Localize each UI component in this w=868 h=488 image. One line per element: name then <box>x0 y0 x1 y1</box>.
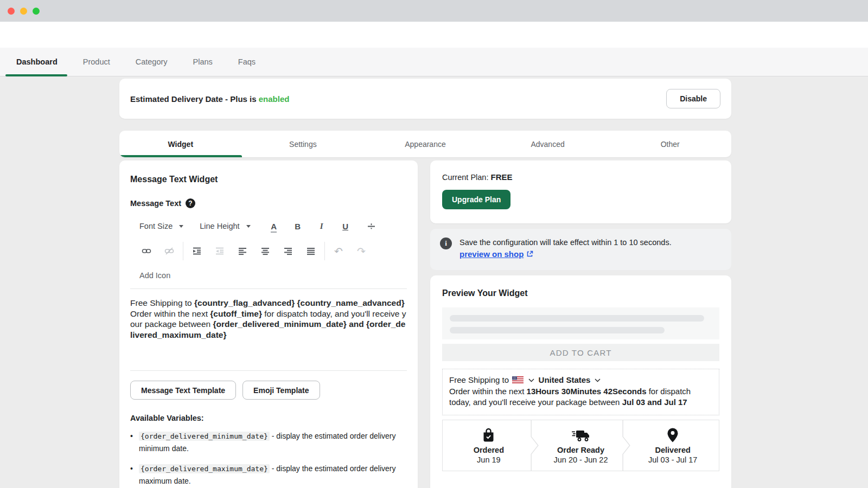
unlink-icon[interactable] <box>162 246 176 256</box>
variable-code: {order_delivered_minimum_date} <box>139 432 270 441</box>
tab-widget[interactable]: Widget <box>119 131 242 157</box>
current-plan-line: Current Plan: FREE <box>442 172 719 182</box>
status-text-prefix: Estimated Delivery Date - Plus is <box>130 94 259 104</box>
tab-advanced[interactable]: Advanced <box>487 131 609 157</box>
section-tabs: Widget Settings Appearance Advanced Othe… <box>119 131 731 157</box>
bag-check-icon <box>481 427 496 443</box>
message-text-editor[interactable]: Free Shipping to {country_flag_advanced}… <box>130 298 407 340</box>
bullet: • <box>130 463 139 487</box>
skeleton-bar <box>450 327 665 333</box>
upgrade-plan-button[interactable]: Upgrade Plan <box>442 190 510 209</box>
redo-icon[interactable]: ↷ <box>354 245 368 258</box>
align-right-icon[interactable] <box>281 246 295 256</box>
delivery-message-text: Order within the next 13Hours 30Minutes … <box>449 387 691 407</box>
nav-label: Product <box>83 57 110 66</box>
status-enabled-value: enabled <box>259 94 290 104</box>
country-name[interactable]: United States <box>539 375 591 384</box>
active-nav-underline <box>5 74 67 76</box>
minimize-window-button[interactable] <box>20 8 27 15</box>
add-to-cart-button[interactable]: ADD TO CART <box>442 344 719 361</box>
font-size-dropdown[interactable]: Font Size <box>139 222 183 230</box>
external-link-icon <box>526 251 533 258</box>
map-pin-icon <box>666 427 679 443</box>
timeline-step-order-ready: Order Ready Jun 20 - Jun 22 <box>535 420 627 471</box>
link-icon[interactable] <box>139 246 154 256</box>
tab-label: Settings <box>289 140 317 149</box>
message-text-widget-panel: Message Text Widget Message Text ? Font … <box>119 160 418 488</box>
delivery-message-preview: Free Shipping to United States Order wit… <box>442 369 719 415</box>
timeline-label: Order Ready <box>557 446 604 454</box>
timeline-step-delivered: Delivered Jul 03 - Jul 17 <box>627 420 719 471</box>
available-variables-heading: Available Variables: <box>130 414 407 422</box>
notice-text: Save the configuration will take effect … <box>459 238 672 247</box>
flag-caret-down-icon[interactable] <box>528 378 534 382</box>
align-justify-icon[interactable] <box>304 246 318 256</box>
close-window-button[interactable] <box>8 8 15 15</box>
panel-title: Message Text Widget <box>130 175 407 184</box>
nav-label: Faqs <box>238 57 256 66</box>
tab-appearance[interactable]: Appearance <box>364 131 487 157</box>
align-center-icon[interactable] <box>258 246 272 256</box>
line-height-dropdown[interactable]: Line Height <box>200 222 250 230</box>
main-nav: Dashboard Product Category Plans Faqs <box>0 48 868 76</box>
indent-icon[interactable] <box>190 246 204 256</box>
country-caret-down-icon[interactable] <box>595 378 601 382</box>
editor-divider <box>130 370 407 371</box>
nav-label: Dashboard <box>16 57 58 66</box>
nav-tab-plans[interactable]: Plans <box>193 48 213 76</box>
emoji-template-button[interactable]: Emoji Template <box>242 381 320 400</box>
message-text-template-button[interactable]: Message Text Template <box>130 381 236 400</box>
info-icon: i <box>440 237 452 249</box>
nav-label: Plans <box>193 57 213 66</box>
line-height-label: Line Height <box>200 222 239 230</box>
caret-down-icon <box>246 225 251 228</box>
preview-title: Preview Your Widget <box>442 288 719 298</box>
field-label-text: Message Text <box>130 199 181 208</box>
zoom-window-button[interactable] <box>33 8 40 15</box>
nav-tab-dashboard[interactable]: Dashboard <box>16 48 58 76</box>
strikethrough-icon[interactable] <box>365 222 379 231</box>
help-icon[interactable]: ? <box>186 198 195 208</box>
preview-on-shop-link[interactable]: preview on shop <box>459 248 533 260</box>
tab-settings[interactable]: Settings <box>242 131 365 157</box>
disable-button[interactable]: Disable <box>666 89 720 108</box>
caret-down-icon <box>179 225 183 228</box>
nav-tab-faqs[interactable]: Faqs <box>238 48 256 76</box>
plan-value: FREE <box>490 172 512 182</box>
outdent-icon[interactable] <box>213 246 227 256</box>
bold-icon[interactable]: B <box>293 222 303 231</box>
plan-label: Current Plan: <box>442 173 490 182</box>
underline-icon[interactable]: U <box>341 222 350 231</box>
skeleton-bar <box>450 315 704 322</box>
editor-divider <box>130 288 407 289</box>
timeline-date: Jun 20 - Jun 22 <box>554 455 608 464</box>
add-icon-button[interactable]: Add Icon <box>130 271 407 280</box>
delivery-timeline: Ordered Jun 19 Order Ready Jun 20 - Jun … <box>442 420 719 471</box>
timeline-label: Delivered <box>655 446 691 454</box>
editor-toolbar: Font Size Line Height A B I U <box>130 215 407 262</box>
bullet: • <box>130 430 139 455</box>
nav-tab-product[interactable]: Product <box>83 48 110 76</box>
tab-other[interactable]: Other <box>609 131 731 157</box>
timeline-chevron-separator <box>531 420 539 471</box>
link-label: preview on shop <box>459 248 524 260</box>
nav-tab-category[interactable]: Category <box>136 48 168 76</box>
variable-list-item: • {order_delivered_minimum_date} - displ… <box>130 430 407 455</box>
italic-icon[interactable]: I <box>317 222 327 231</box>
tab-label: Other <box>661 140 680 149</box>
us-flag-icon[interactable] <box>512 376 524 383</box>
timeline-label: Ordered <box>474 446 504 454</box>
variable-list-item: • {order_delivered_maximum_date} - displ… <box>130 463 407 487</box>
font-color-icon[interactable]: A <box>269 222 279 231</box>
variable-code: {order_delivered_maximum_date} <box>139 464 270 473</box>
message-text-field-label: Message Text ? <box>130 198 407 208</box>
current-plan-card: Current Plan: FREE Upgrade Plan <box>430 160 731 223</box>
undo-icon[interactable]: ↶ <box>331 245 346 258</box>
timeline-chevron-separator <box>622 420 631 471</box>
widget-preview-card: Preview Your Widget ADD TO CART Free Shi… <box>430 275 731 488</box>
align-left-icon[interactable] <box>235 246 250 256</box>
tab-label: Advanced <box>531 140 564 149</box>
tab-label: Appearance <box>405 140 446 149</box>
window-titlebar <box>0 0 868 22</box>
app-status-text: Estimated Delivery Date - Plus is enable… <box>130 94 289 104</box>
